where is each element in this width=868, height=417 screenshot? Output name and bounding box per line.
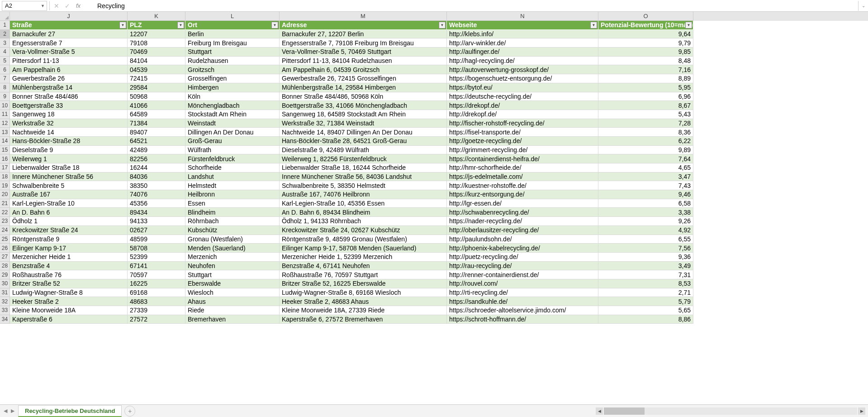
cell[interactable]: 64589 [128, 110, 185, 119]
column-header-J[interactable]: J [10, 12, 128, 21]
row-header[interactable]: 7 [0, 74, 10, 83]
cell[interactable]: Karl-Legien-Straße 10 [10, 199, 128, 208]
cell[interactable]: Helmstedt [185, 181, 280, 190]
cell[interactable]: 70469 [128, 48, 185, 57]
cell[interactable]: http://fischer-rohstoff-recycling.de/ [447, 119, 598, 128]
cell[interactable]: Boettgerstraße 33 [10, 101, 128, 110]
cell[interactable]: Am Pappelhain 6, 04539 Groitzsch [280, 65, 447, 74]
cell[interactable]: 64521 [128, 137, 185, 146]
cell[interactable]: Eberswalde [185, 279, 280, 288]
cell[interactable]: http://goetze-recycling.de/ [447, 137, 598, 146]
cell[interactable]: http://kuestner-rohstoffe.de/ [447, 181, 598, 190]
row-header[interactable]: 13 [0, 128, 10, 137]
cell[interactable]: Eilinger Kamp 9-17 [10, 244, 128, 253]
cell[interactable]: Innere Münchener Straße 56 [10, 173, 128, 182]
row-header[interactable]: 23 [0, 217, 10, 226]
cell[interactable]: Boettgerstraße 33, 41066 Mönchengladbach [280, 101, 447, 110]
cell[interactable]: Barnackufer 27, 12207 Berlin [280, 30, 447, 39]
row-header[interactable]: 9 [0, 92, 10, 101]
cell[interactable]: 79108 [128, 38, 185, 48]
cell[interactable]: 5,79 [598, 297, 693, 306]
cell[interactable]: Dillingen An Der Donau [185, 128, 280, 137]
cell[interactable]: 12207 [128, 30, 185, 39]
cell[interactable]: https://fisel-transporte.de/ [447, 128, 598, 137]
cell[interactable]: http://phoenix-kabelrecycling.de/ [447, 244, 598, 253]
cell[interactable]: Engesserstraße 7, 79108 Freiburg Im Brei… [280, 38, 447, 48]
cell[interactable]: https://kurz-entsorgung.de/ [447, 190, 598, 199]
cell[interactable]: Austraße 167, 74076 Heilbronn [280, 190, 447, 199]
formula-input[interactable] [84, 1, 858, 11]
cell[interactable]: Nachtweide 14, 89407 Dillingen An Der Do… [280, 128, 447, 137]
cell[interactable]: 41066 [128, 101, 185, 110]
cell[interactable]: 8,89 [598, 74, 693, 83]
cell[interactable]: Schorfheide [185, 163, 280, 173]
cell[interactable]: An D. Bahn 6 [10, 208, 128, 217]
cell[interactable]: 94133 [128, 217, 185, 226]
column-header-L[interactable]: L [185, 12, 280, 21]
cell[interactable]: Grosselfingen [185, 74, 280, 83]
cell[interactable]: Roßhaustraße 76 [10, 270, 128, 279]
row-header[interactable]: 15 [0, 146, 10, 155]
cell[interactable]: 5,43 [598, 110, 693, 119]
header-cell-L[interactable]: Ort▼ [185, 21, 280, 30]
cell[interactable]: http://aulfinger.de/ [447, 48, 598, 57]
cell[interactable]: Weilerweg 1, 82256 Fürstenfeldbruck [280, 154, 447, 163]
cell[interactable]: 9,79 [598, 38, 693, 48]
cell[interactable]: 69168 [128, 288, 185, 297]
cell[interactable]: Nachtweide 14 [10, 128, 128, 137]
cell[interactable]: 3,47 [598, 173, 693, 182]
row-header[interactable]: 20 [0, 190, 10, 199]
row-header[interactable]: 28 [0, 262, 10, 271]
cell[interactable]: 02627 [128, 226, 185, 235]
column-header-K[interactable]: K [128, 12, 185, 21]
cell[interactable]: 7,31 [598, 270, 693, 279]
cell[interactable]: 8,48 [598, 57, 693, 66]
header-cell-K[interactable]: PLZ▼ [128, 21, 185, 30]
fx-button[interactable]: fx [73, 1, 84, 11]
cell[interactable]: Bonner Straße 484/486 [10, 92, 128, 101]
cell[interactable]: http://lgr-essen.de/ [447, 199, 598, 208]
cell[interactable]: Gewerbestraße 26, 72415 Grosselfingen [280, 74, 447, 83]
sheet-tab-active[interactable]: Recycling-Betriebe Deutschland [18, 405, 122, 417]
cell[interactable]: Pittersdorf 11-13 [10, 57, 128, 66]
tab-next-button[interactable]: ▶ [11, 408, 14, 414]
row-header[interactable]: 30 [0, 279, 10, 288]
cell[interactable]: http://grimmert-recycling.de/ [447, 146, 598, 155]
cell[interactable]: http://drekopf.de/ [447, 110, 598, 119]
row-header[interactable]: 33 [0, 306, 10, 315]
cell[interactable]: 04539 [128, 65, 185, 74]
cell[interactable]: Röhrnbach [185, 217, 280, 226]
cell[interactable]: 70597 [128, 270, 185, 279]
row-header[interactable]: 11 [0, 110, 10, 119]
cell[interactable]: Kleine Moorweide 18A [10, 306, 128, 315]
cell[interactable]: Engesserstraße 7 [10, 38, 128, 48]
cell[interactable]: 6,55 [598, 235, 693, 244]
cell[interactable]: 48599 [128, 235, 185, 244]
cell[interactable]: http://puetz-recycling.de/ [447, 253, 598, 262]
cell[interactable]: Rudelzhausen [185, 57, 280, 66]
cell[interactable]: 9,46 [598, 190, 693, 199]
cell[interactable]: Dieselstraße 9, 42489 Wülfrath [280, 146, 447, 155]
cell[interactable]: Himbergen [185, 83, 280, 92]
cell[interactable]: Landshut [185, 173, 280, 182]
cell[interactable]: Groitzsch [185, 65, 280, 74]
cell[interactable]: Kaperstraße 6 [10, 315, 128, 324]
row-header[interactable]: 34 [0, 315, 10, 324]
cell[interactable]: Mühlenbergstraße 14, 29584 Himbergen [280, 83, 447, 92]
cell[interactable]: 67141 [128, 262, 185, 271]
cell[interactable]: 2,71 [598, 288, 693, 297]
cell[interactable]: http://paulundsohn.de/ [447, 235, 598, 244]
row-header[interactable]: 1 [0, 21, 10, 30]
cell[interactable]: Ahaus [185, 297, 280, 306]
tab-prev-button[interactable]: ◀ [4, 408, 7, 414]
row-header[interactable]: 16 [0, 154, 10, 163]
cell[interactable]: http://autoverwertung-grosskopf.de/ [447, 65, 598, 74]
cell[interactable]: 52399 [128, 253, 185, 262]
row-header[interactable]: 25 [0, 235, 10, 244]
cell[interactable]: http://hmr-schorfheide.de/ [447, 163, 598, 173]
cell[interactable]: Austraße 167 [10, 190, 128, 199]
cell[interactable]: Blindheim [185, 208, 280, 217]
cell[interactable]: 9,26 [598, 217, 693, 226]
row-header[interactable]: 2 [0, 30, 10, 39]
cell[interactable]: 7,64 [598, 154, 693, 163]
